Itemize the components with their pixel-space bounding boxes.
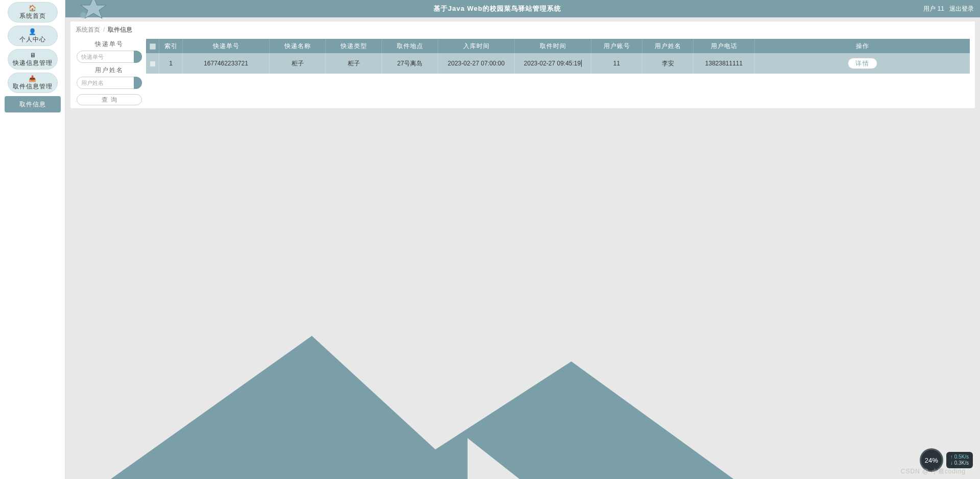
sidebar-item-express-info[interactable]: 🖥 快递信息管理 [8, 49, 58, 70]
table-header-row: 索引 快递单号 快递名称 快递类型 取件地点 入库时间 取件时间 用户账号 用户… [146, 39, 970, 53]
cell-ruku: 2023-02-27 07:00:00 [438, 53, 515, 74]
app-title: 基于Java Web的校园菜鸟驿站管理系统 [71, 4, 923, 13]
th-dianhua: 用户电话 [694, 39, 755, 53]
svg-marker-4 [468, 438, 520, 479]
filter-input-xingming[interactable] [77, 80, 128, 86]
th-xingming: 用户姓名 [642, 39, 694, 53]
filter-label-xingming: 用户姓名 [95, 65, 124, 75]
th-danhao: 快递单号 [183, 39, 270, 53]
cell-quijian: 2023-02-27 09:45:19 [515, 53, 591, 74]
breadcrumb: 系统首页 / 取件信息 [76, 25, 970, 35]
sidebar-item-profile[interactable]: 👤 个人中心 [8, 26, 58, 46]
filter-input-danhao[interactable] [77, 54, 128, 60]
home-icon: 🏠 [29, 5, 36, 12]
breadcrumb-current: 取件信息 [108, 26, 132, 34]
user-icon: 👤 [29, 28, 36, 35]
breadcrumb-separator: / [103, 26, 105, 33]
current-user: 用户 11 [923, 5, 944, 13]
search-button[interactable]: 查询 [77, 94, 142, 105]
cell-xingming: 李安 [642, 53, 694, 74]
filter-label-danhao: 快递单号 [95, 39, 124, 49]
cell-index: 1 [159, 53, 183, 74]
th-didian: 取件地点 [382, 39, 438, 53]
detail-button[interactable]: 详情 [848, 58, 877, 69]
th-leixing: 快递类型 [326, 39, 382, 53]
sidebar-item-label: 快递信息管理 [13, 59, 53, 67]
filter-panel: 快递单号 用户姓名 查询 [76, 39, 143, 105]
th-op: 操作 [755, 39, 970, 53]
inbox-icon: 📥 [29, 75, 36, 82]
data-table-wrapper: 索引 快递单号 快递名称 快递类型 取件地点 入库时间 取件时间 用户账号 用户… [146, 39, 970, 105]
text-cursor-icon [581, 60, 582, 67]
logout-link[interactable]: 退出登录 [949, 5, 974, 13]
filter-input-wrap [77, 51, 142, 63]
sidebar-item-home[interactable]: 🏠 系统首页 [8, 2, 58, 22]
cell-danhao: 1677462233721 [183, 53, 270, 74]
cell-mingcheng: 柜子 [270, 53, 326, 74]
cell-zhanghao: 11 [591, 53, 642, 74]
filter-input-wrap [77, 77, 142, 89]
svg-marker-3 [390, 361, 733, 479]
header-bar: 基于Java Web的校园菜鸟驿站管理系统 用户 11 退出登录 [65, 0, 980, 17]
cell-op: 详情 [755, 53, 970, 74]
th-index: 索引 [159, 39, 183, 53]
background-mountains [65, 285, 980, 479]
sidebar-item-pickup-info[interactable]: 📥 取件信息管理 [8, 73, 58, 93]
cell-leixing: 柜子 [326, 53, 382, 74]
breadcrumb-root[interactable]: 系统首页 [76, 26, 100, 34]
widget-upspeed: ↑ 0.5K/s [950, 454, 969, 460]
sidebar-item-pickup-active[interactable]: 取件信息 [5, 96, 61, 112]
th-mingcheng: 快递名称 [270, 39, 326, 53]
main-content: 系统首页 / 取件信息 快递单号 用户姓名 查询 [65, 17, 980, 479]
th-ruku: 入库时间 [438, 39, 515, 53]
widget-stats: ↑ 0.5K/s ↓ 0.3K/s [946, 452, 973, 468]
table-row: 1 1677462233721 柜子 柜子 27号离岛 2023-02-27 0… [146, 53, 970, 74]
widget-downspeed: ↓ 0.3K/s [950, 460, 969, 466]
svg-marker-2 [111, 336, 468, 479]
select-all-checkbox[interactable] [150, 43, 156, 50]
th-quijian: 取件时间 [515, 39, 591, 53]
cell-didian: 27号离岛 [382, 53, 438, 74]
row-checkbox[interactable] [150, 61, 156, 67]
storage-icon: 🖥 [30, 52, 36, 59]
sidebar: 🏠 系统首页 👤 个人中心 🖥 快递信息管理 📥 取件信息管理 取件信息 [0, 0, 65, 479]
sidebar-item-label: 个人中心 [19, 35, 46, 44]
cell-dianhua: 13823811111 [694, 53, 755, 74]
sidebar-item-label: 取件信息 [19, 100, 46, 109]
sidebar-item-label: 取件信息管理 [13, 82, 53, 91]
widget-percent: 24% [920, 448, 943, 472]
data-table: 索引 快递单号 快递名称 快递类型 取件地点 入库时间 取件时间 用户账号 用户… [146, 39, 970, 74]
net-speed-widget[interactable]: 24% ↑ 0.5K/s ↓ 0.3K/s [920, 448, 973, 472]
th-zhanghao: 用户账号 [591, 39, 642, 53]
sidebar-item-label: 系统首页 [19, 12, 46, 20]
